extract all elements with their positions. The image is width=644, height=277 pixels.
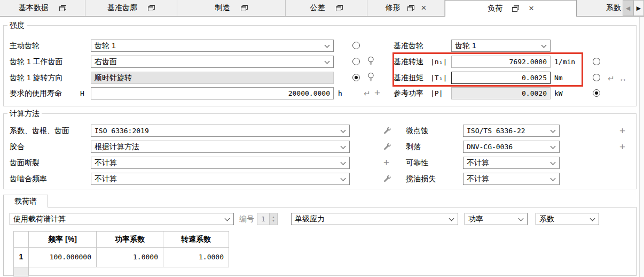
detach-window-icon[interactable] — [148, 5, 155, 11]
reference-torque-input[interactable]: 0.0025 — [451, 72, 551, 84]
service-life-unit: h — [338, 87, 342, 99]
power-option-value: 功率 — [465, 213, 527, 225]
driving-gear-label: 主动齿轮 — [10, 40, 40, 52]
reference-speed-symbol: |n₁| — [430, 56, 447, 68]
tab-modifications[interactable]: 修形 × — [367, 0, 445, 16]
reference-gear-label: 基准齿轮 — [394, 40, 423, 52]
root-flank-method-select[interactable]: ISO 6336:2019 — [91, 125, 350, 137]
reliability-select[interactable]: 不计算 — [463, 157, 560, 169]
close-tab-icon[interactable]: × — [529, 5, 534, 12]
reliability-value: 不计算 — [464, 157, 559, 168]
meshing-frequency-label: 齿啮合频率 — [10, 173, 47, 185]
flank-fracture-select[interactable]: 不计算 — [91, 157, 350, 169]
return-arrow-icon[interactable]: ↵ — [364, 88, 371, 99]
return-arrow-icon[interactable]: ↵ — [608, 73, 615, 84]
sizing-bulb-icon[interactable] — [367, 72, 374, 82]
table-cell-speed-factor[interactable]: 1.0000 — [163, 247, 229, 267]
load-spectrum-mode-select[interactable]: 使用载荷谱计算 — [10, 213, 234, 225]
detach-window-icon[interactable] — [59, 5, 66, 11]
table-header-power-factor: 功率系数 — [96, 231, 163, 248]
tab-factors[interactable]: 系数 — [577, 0, 623, 16]
reference-power-symbol: |P| — [430, 87, 443, 99]
table-next-row-stub — [13, 267, 29, 276]
table-cell-frequency[interactable]: 100.000000 — [28, 247, 97, 267]
tab-label: 修形 — [386, 3, 400, 13]
add-icon[interactable]: + — [619, 142, 625, 152]
table-row-header[interactable]: 1 — [13, 247, 29, 267]
micropitting-select[interactable]: ISO/TS 6336-22 — [463, 125, 560, 137]
reference-power-unit: kW — [554, 87, 563, 99]
tab-basic-data[interactable]: 基本数据 — [0, 0, 85, 16]
add-icon[interactable]: + — [374, 88, 380, 98]
torque-given-radio[interactable] — [593, 74, 600, 81]
driving-gear-radio[interactable] — [352, 42, 360, 49]
tab-label: 公差 — [310, 3, 325, 13]
settings-wrench-icon[interactable] — [383, 127, 391, 135]
service-life-value: 20000.0000 — [91, 88, 333, 99]
spin-down-icon[interactable]: ▼ — [272, 219, 275, 223]
tab-label: 基本数据 — [19, 3, 49, 13]
strength-group-title: 强度 — [7, 21, 27, 29]
add-icon[interactable]: + — [383, 157, 389, 168]
tab-label: 制造 — [215, 3, 230, 13]
load-spectrum-mode-value: 使用载荷谱计算 — [10, 213, 233, 225]
tab-scroll-left-button[interactable]: ◀ — [623, 0, 633, 16]
number-spinner[interactable]: 1 ▲ ▼ — [257, 213, 278, 225]
table-cell-power-factor[interactable]: 1.0000 — [96, 247, 163, 267]
churning-loss-label: 搅油损失 — [406, 173, 436, 185]
service-life-input[interactable]: 20000.0000 — [91, 87, 334, 99]
table-header-frequency: 频率 [%] — [28, 231, 97, 248]
working-flank-select[interactable]: 右齿面 — [91, 56, 334, 68]
churning-loss-select[interactable]: 不计算 — [463, 173, 560, 185]
tab-bar: 基本数据 基准齿廓 制造 公差 修形 × 负荷 × 系数 ◀ — [0, 0, 644, 17]
add-icon[interactable]: + — [619, 126, 625, 136]
settings-wrench-icon[interactable] — [383, 143, 391, 151]
factor-option-value: 系数 — [536, 213, 599, 225]
reference-torque-value: 0.0025 — [452, 72, 550, 83]
reference-torque-label: 基准扭矩 — [394, 72, 423, 84]
reference-torque-symbol: |T₁| — [430, 72, 447, 84]
spin-up-icon[interactable]: ▲ — [272, 216, 275, 219]
service-life-label: 要求的使用寿命 — [10, 87, 62, 99]
number-value: 1 — [261, 213, 265, 225]
detach-window-icon[interactable] — [241, 5, 248, 11]
power-given-radio[interactable] — [593, 89, 600, 97]
detach-window-icon[interactable] — [336, 5, 343, 11]
torque-input-radio[interactable] — [352, 74, 360, 81]
tab-load-spectrum[interactable]: 载荷谱 — [3, 195, 48, 207]
speed-input-radio[interactable] — [352, 58, 360, 65]
tab-manufacturing[interactable]: 制造 — [177, 0, 286, 16]
scroll-right-icon: ▶ — [637, 5, 641, 12]
meshing-frequency-select[interactable]: 不计算 — [91, 173, 350, 185]
spinner-arrows[interactable]: ▲ ▼ — [269, 213, 277, 225]
power-option-select[interactable]: 功率 — [465, 213, 528, 225]
element-type-select[interactable]: 单级应力 — [291, 213, 458, 225]
settings-wrench-icon[interactable] — [383, 175, 391, 183]
reference-power-input: 0.0020 — [451, 87, 551, 99]
speed-given-radio[interactable] — [593, 58, 600, 65]
scuffing-select[interactable]: 根据计算方法 — [91, 141, 350, 153]
tab-load[interactable]: 负荷 × — [445, 0, 577, 17]
tab-label: 基准齿廓 — [107, 3, 137, 13]
flaking-select[interactable]: DNV-CG-0036 — [463, 141, 560, 153]
churning-loss-value: 不计算 — [464, 173, 559, 184]
tab-scroll-right-button[interactable]: ▶ — [633, 0, 644, 16]
tab-reference-profile[interactable]: 基准齿廓 — [85, 0, 177, 16]
rotation-direction-value: 顺时针旋转 — [91, 72, 333, 83]
detach-window-icon[interactable] — [512, 5, 519, 12]
close-tab-icon[interactable]: × — [421, 4, 427, 12]
flaking-value: DNV-CG-0036 — [464, 141, 559, 152]
scrollbar-track[interactable] — [639, 17, 644, 277]
micropitting-value: ISO/TS 6336-22 — [464, 125, 559, 136]
reference-power-label: 参考功率 — [394, 87, 423, 99]
factor-option-select[interactable]: 系数 — [536, 213, 599, 225]
reference-speed-input[interactable]: 7692.0000 — [451, 56, 551, 68]
detach-window-icon[interactable] — [407, 5, 414, 11]
reference-gear-select[interactable]: 齿轮 1 — [451, 40, 551, 52]
service-life-symbol: H — [80, 87, 84, 99]
swap-arrow-icon[interactable]: ↔ — [619, 73, 627, 84]
working-flank-label: 齿轮 1 工作齿面 — [10, 56, 63, 68]
sizing-bulb-icon[interactable] — [367, 56, 374, 66]
driving-gear-select[interactable]: 齿轮 1 — [91, 40, 334, 52]
tab-tolerances[interactable]: 公差 — [286, 0, 367, 16]
